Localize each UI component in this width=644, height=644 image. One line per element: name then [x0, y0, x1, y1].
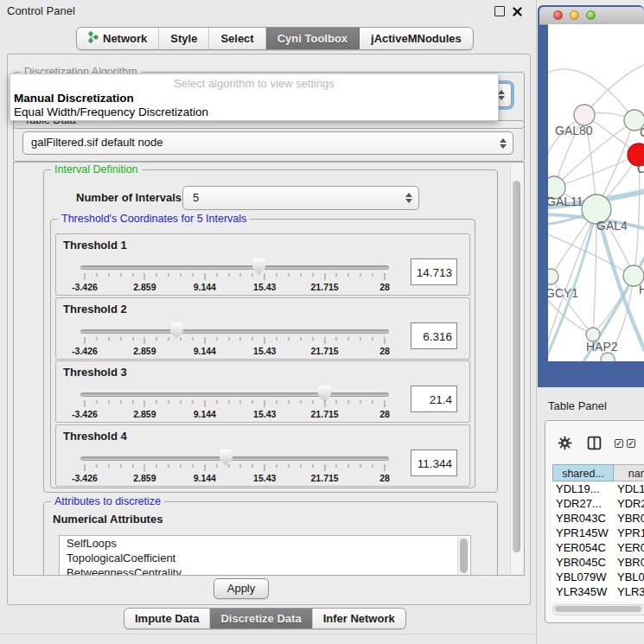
dropdown-option-manual-discretization[interactable]: Manual Discretization	[14, 92, 134, 105]
table-row[interactable]: YER054CYER0	[552, 541, 644, 556]
tick-mark	[373, 337, 373, 341]
table-row[interactable]: YPR145WYPR1	[552, 526, 644, 541]
network-canvas[interactable]: GAL80GACGAL11GAL4GCY1HHAP2	[548, 24, 644, 361]
threshold-slider[interactable]: -3.4262.8599.14415.4321.71528	[80, 258, 389, 293]
threshold-label: Threshold 4	[63, 430, 127, 443]
tick-mark	[96, 337, 97, 341]
tick-mark	[228, 400, 229, 404]
settings-scrollpane: Interval Definition Number of Intervals …	[13, 162, 525, 576]
tick-mark	[336, 400, 337, 404]
list-item[interactable]: SelfLoops	[60, 536, 470, 551]
tick-mark	[228, 464, 229, 468]
threshold-row: Threshold 3-3.4262.8599.14415.4321.71528…	[55, 360, 470, 423]
tab-select[interactable]: Select	[209, 28, 265, 49]
slider-track[interactable]	[80, 392, 389, 397]
tick-mark	[373, 273, 373, 277]
tab-network[interactable]: Network	[77, 28, 159, 49]
tab-cyni-toolbox[interactable]: Cyni Toolbox	[266, 28, 360, 49]
threshold-value-field[interactable]: 11.344	[411, 450, 457, 476]
tick-label: 21.715	[311, 473, 339, 483]
tab-jactivemnodules[interactable]: jActiveMNodules	[360, 28, 473, 49]
checkbox-icon[interactable]: ✓	[627, 439, 635, 448]
tick-mark	[288, 400, 289, 404]
attributes-list-scrollbar[interactable]	[457, 537, 469, 576]
attributes-group: Attributes to discretize Numerical Attri…	[43, 501, 498, 576]
network-window-titlebar[interactable]	[539, 7, 644, 25]
split-columns-icon[interactable]	[587, 436, 602, 454]
tick-mark	[169, 337, 169, 341]
tick-mark	[348, 464, 349, 468]
tick-mark	[324, 464, 325, 471]
apply-button[interactable]: Apply	[214, 578, 269, 599]
threshold-value-field[interactable]: 14.713	[411, 258, 457, 285]
table-row[interactable]: YDL19...YDL1	[552, 482, 644, 497]
tab-impute-data[interactable]: Impute Data	[124, 609, 210, 628]
close-icon[interactable]	[512, 5, 523, 16]
tick-mark	[85, 337, 86, 344]
network-node	[574, 105, 595, 125]
list-item[interactable]: TopologicalCoefficient	[60, 551, 470, 565]
scrollbar-thumb[interactable]	[460, 539, 468, 573]
table-horizontal-scrollbar[interactable]	[552, 604, 644, 615]
scrollbar-thumb[interactable]	[555, 606, 641, 612]
threshold-value-field[interactable]: 6.316	[411, 322, 457, 349]
tick-mark	[348, 273, 349, 277]
network-tab-icon	[88, 31, 99, 46]
zoom-traffic-light[interactable]	[586, 10, 596, 20]
tick-mark	[156, 273, 157, 277]
threshold-slider[interactable]: -3.4262.8599.14415.4321.71528	[80, 386, 389, 420]
table-header-name[interactable]: name	[614, 464, 644, 481]
tab-infer-network[interactable]: Infer Network	[313, 609, 405, 628]
cell-shared-name: YDL19...	[556, 482, 600, 495]
slider-track[interactable]	[80, 265, 389, 270]
divider	[0, 634, 536, 634]
numerical-attributes-list[interactable]: SelfLoopsTopologicalCoefficientBetweenne…	[59, 535, 471, 576]
slider-tick-labels: -3.4262.8599.14415.4321.71528	[85, 282, 385, 292]
table-row[interactable]: YBL079WYBL0	[552, 571, 644, 585]
network-view-window: GAL80GACGAL11GAL4GCY1HHAP2	[538, 5, 644, 387]
float-icon[interactable]	[494, 6, 505, 16]
list-item[interactable]: BetweennessCentrality	[60, 565, 470, 576]
cell-name: YDL1	[617, 482, 644, 495]
minimize-traffic-light[interactable]	[570, 10, 579, 20]
slider-track[interactable]	[80, 456, 389, 461]
tick-mark	[360, 337, 361, 341]
cell-shared-name: YIL053C	[556, 600, 600, 602]
tick-mark	[85, 464, 86, 471]
tab-style[interactable]: Style	[159, 28, 209, 49]
table-row[interactable]: YIL053CYIL0	[552, 600, 644, 602]
settings-vertical-scrollbar[interactable]	[510, 163, 523, 574]
tick-label: 28	[379, 282, 390, 292]
checkbox-icon[interactable]: ✓	[615, 439, 623, 448]
combo-arrows-icon	[405, 192, 412, 204]
tick-mark	[192, 400, 193, 404]
close-traffic-light[interactable]	[553, 10, 563, 20]
dropdown-option-equal-width-frequency[interactable]: Equal Width/Frequency Discretization	[14, 105, 208, 118]
table-row[interactable]: YBR045CYBR0	[552, 556, 644, 571]
network-node-label: GAL11	[548, 194, 583, 208]
tick-mark	[385, 337, 386, 344]
tick-label: 28	[379, 346, 390, 356]
tab-discretize-data[interactable]: Discretize Data	[210, 609, 312, 628]
table-row[interactable]: YDR27...YDR2	[552, 497, 644, 512]
number-of-intervals-combobox[interactable]: 5	[182, 186, 419, 210]
threshold-label: Threshold 2	[63, 303, 127, 316]
table-header-shared[interactable]: shared...	[552, 464, 614, 481]
table-data-combobox[interactable]: galFiltered.sif default node	[22, 131, 513, 155]
table-row[interactable]: YLR345WYLR3	[552, 585, 644, 600]
table-row[interactable]: YBR043CYBR0	[552, 512, 644, 526]
slider-track[interactable]	[80, 329, 389, 334]
tick-mark	[277, 400, 277, 404]
scrollbar-thumb[interactable]	[513, 181, 520, 552]
tick-mark	[348, 337, 349, 341]
threshold-value-field[interactable]: 21.4	[411, 386, 457, 412]
tick-label: -3.426	[72, 409, 98, 419]
tab-label: Cyni Toolbox	[277, 32, 348, 45]
threshold-slider[interactable]: -3.4262.8599.14415.4321.71528	[80, 322, 389, 357]
tick-mark	[385, 273, 386, 280]
network-edge	[584, 63, 644, 115]
gear-icon[interactable]	[558, 436, 572, 454]
threshold-slider[interactable]: -3.4262.8599.14415.4321.71528	[80, 450, 389, 484]
tick-label: 21.715	[311, 346, 339, 356]
cell-name: YIL0	[617, 600, 641, 602]
